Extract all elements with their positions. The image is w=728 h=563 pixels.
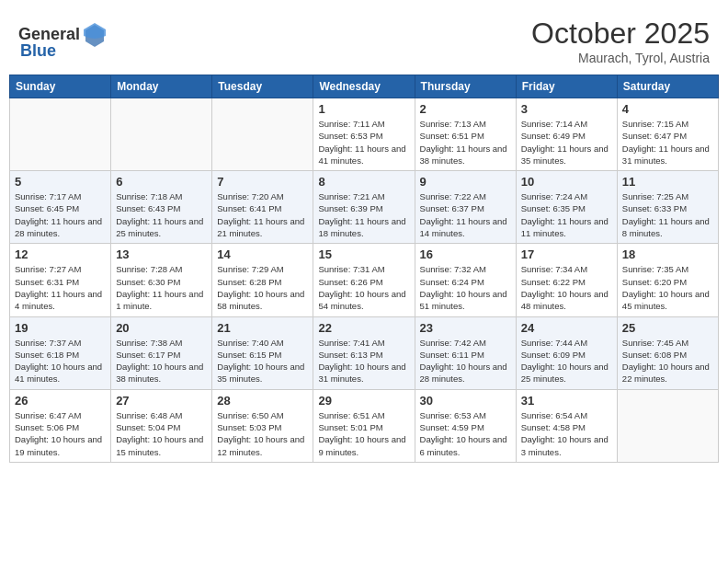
day-number: 9 [420,175,511,189]
day-number: 19 [15,321,106,335]
calendar-cell: 4Sunrise: 7:15 AM Sunset: 6:47 PM Daylig… [617,98,718,171]
day-info: Sunrise: 7:24 AM Sunset: 6:35 PM Dayligh… [521,190,612,239]
day-info: Sunrise: 7:35 AM Sunset: 6:20 PM Dayligh… [622,263,713,312]
day-number: 22 [318,321,409,335]
day-info: Sunrise: 6:50 AM Sunset: 5:03 PM Dayligh… [217,409,308,458]
day-number: 16 [420,247,511,261]
day-number: 30 [420,394,511,408]
calendar-cell: 24Sunrise: 7:44 AM Sunset: 6:09 PM Dayli… [516,316,617,389]
day-number: 14 [217,247,308,261]
calendar-week-row: 12Sunrise: 7:27 AM Sunset: 6:31 PM Dayli… [10,244,719,316]
calendar-cell: 8Sunrise: 7:21 AM Sunset: 6:39 PM Daylig… [313,171,415,244]
day-number: 29 [318,394,409,408]
day-number: 25 [622,321,713,335]
day-header-monday: Monday [111,75,212,98]
calendar-cell: 10Sunrise: 7:24 AM Sunset: 6:35 PM Dayli… [516,171,617,244]
calendar-cell: 25Sunrise: 7:45 AM Sunset: 6:08 PM Dayli… [617,316,718,389]
calendar-week-row: 5Sunrise: 7:17 AM Sunset: 6:45 PM Daylig… [10,171,719,244]
day-info: Sunrise: 7:32 AM Sunset: 6:24 PM Dayligh… [420,263,511,312]
day-info: Sunrise: 7:13 AM Sunset: 6:51 PM Dayligh… [420,118,511,167]
day-number: 17 [521,247,612,261]
day-info: Sunrise: 7:11 AM Sunset: 6:53 PM Dayligh… [318,118,409,167]
day-info: Sunrise: 7:20 AM Sunset: 6:41 PM Dayligh… [217,190,308,239]
day-info: Sunrise: 7:37 AM Sunset: 6:18 PM Dayligh… [15,337,106,385]
calendar-cell [212,98,313,171]
calendar-cell: 15Sunrise: 7:31 AM Sunset: 6:26 PM Dayli… [313,244,415,316]
calendar-cell [617,389,718,462]
day-number: 21 [217,321,308,335]
day-number: 11 [622,175,713,189]
day-number: 4 [622,102,713,116]
day-info: Sunrise: 7:44 AM Sunset: 6:09 PM Dayligh… [521,337,612,385]
day-number: 7 [217,175,308,189]
day-number: 31 [521,394,612,408]
day-number: 13 [116,247,207,261]
day-info: Sunrise: 7:38 AM Sunset: 6:17 PM Dayligh… [116,337,207,385]
day-info: Sunrise: 7:17 AM Sunset: 6:45 PM Dayligh… [15,190,106,239]
calendar-cell: 3Sunrise: 7:14 AM Sunset: 6:49 PM Daylig… [516,98,617,171]
calendar-cell: 22Sunrise: 7:41 AM Sunset: 6:13 PM Dayli… [313,316,415,389]
day-header-wednesday: Wednesday [313,75,415,98]
day-header-saturday: Saturday [617,75,718,98]
day-number: 23 [420,321,511,335]
calendar-cell: 21Sunrise: 7:40 AM Sunset: 6:15 PM Dayli… [212,316,313,389]
day-info: Sunrise: 7:22 AM Sunset: 6:37 PM Dayligh… [420,190,511,239]
day-number: 10 [521,175,612,189]
calendar-cell: 5Sunrise: 7:17 AM Sunset: 6:45 PM Daylig… [10,171,111,244]
day-info: Sunrise: 7:18 AM Sunset: 6:43 PM Dayligh… [116,190,207,239]
calendar-cell: 2Sunrise: 7:13 AM Sunset: 6:51 PM Daylig… [415,98,516,171]
calendar-cell: 12Sunrise: 7:27 AM Sunset: 6:31 PM Dayli… [10,244,111,316]
calendar-cell: 14Sunrise: 7:29 AM Sunset: 6:28 PM Dayli… [212,244,313,316]
day-info: Sunrise: 7:28 AM Sunset: 6:30 PM Dayligh… [116,263,207,312]
calendar-cell [10,98,111,171]
day-info: Sunrise: 7:14 AM Sunset: 6:49 PM Dayligh… [521,118,612,167]
day-number: 6 [116,175,207,189]
calendar-cell: 28Sunrise: 6:50 AM Sunset: 5:03 PM Dayli… [212,389,313,462]
day-number: 27 [116,394,207,408]
calendar-cell: 19Sunrise: 7:37 AM Sunset: 6:18 PM Dayli… [10,316,111,389]
day-info: Sunrise: 7:34 AM Sunset: 6:22 PM Dayligh… [521,263,612,312]
day-number: 2 [420,102,511,116]
calendar-title: October 2025 [531,17,710,51]
day-number: 1 [318,102,409,116]
day-header-friday: Friday [516,75,617,98]
calendar-cell: 29Sunrise: 6:51 AM Sunset: 5:01 PM Dayli… [313,389,415,462]
day-number: 20 [116,321,207,335]
day-info: Sunrise: 7:21 AM Sunset: 6:39 PM Dayligh… [318,190,409,239]
calendar-cell: 1Sunrise: 7:11 AM Sunset: 6:53 PM Daylig… [313,98,415,171]
day-info: Sunrise: 6:48 AM Sunset: 5:04 PM Dayligh… [116,409,207,458]
day-header-sunday: Sunday [10,75,111,98]
logo: General Blue [18,21,108,61]
day-info: Sunrise: 6:47 AM Sunset: 5:06 PM Dayligh… [15,409,106,458]
calendar-cell: 16Sunrise: 7:32 AM Sunset: 6:24 PM Dayli… [415,244,516,316]
day-number: 12 [15,247,106,261]
logo-icon [82,21,108,47]
calendar-cell: 17Sunrise: 7:34 AM Sunset: 6:22 PM Dayli… [516,244,617,316]
calendar-week-row: 19Sunrise: 7:37 AM Sunset: 6:18 PM Dayli… [10,316,719,389]
calendar-cell: 6Sunrise: 7:18 AM Sunset: 6:43 PM Daylig… [111,171,212,244]
day-info: Sunrise: 6:54 AM Sunset: 4:58 PM Dayligh… [521,409,612,458]
day-number: 3 [521,102,612,116]
calendar-cell: 11Sunrise: 7:25 AM Sunset: 6:33 PM Dayli… [617,171,718,244]
calendar-cell: 9Sunrise: 7:22 AM Sunset: 6:37 PM Daylig… [415,171,516,244]
title-block: October 2025 Maurach, Tyrol, Austria [531,17,710,65]
calendar-cell: 30Sunrise: 6:53 AM Sunset: 4:59 PM Dayli… [415,389,516,462]
day-number: 24 [521,321,612,335]
day-info: Sunrise: 7:15 AM Sunset: 6:47 PM Dayligh… [622,118,713,167]
day-header-thursday: Thursday [415,75,516,98]
calendar-cell: 26Sunrise: 6:47 AM Sunset: 5:06 PM Dayli… [10,389,111,462]
page-header: General Blue October 2025 Maurach, Tyrol… [9,9,719,69]
day-number: 18 [622,247,713,261]
calendar-cell: 23Sunrise: 7:42 AM Sunset: 6:11 PM Dayli… [415,316,516,389]
calendar-cell: 13Sunrise: 7:28 AM Sunset: 6:30 PM Dayli… [111,244,212,316]
calendar-cell: 27Sunrise: 6:48 AM Sunset: 5:04 PM Dayli… [111,389,212,462]
day-header-tuesday: Tuesday [212,75,313,98]
day-info: Sunrise: 7:27 AM Sunset: 6:31 PM Dayligh… [15,263,106,312]
calendar-subtitle: Maurach, Tyrol, Austria [531,51,710,65]
calendar-cell: 20Sunrise: 7:38 AM Sunset: 6:17 PM Dayli… [111,316,212,389]
day-info: Sunrise: 7:25 AM Sunset: 6:33 PM Dayligh… [622,190,713,239]
calendar-cell: 7Sunrise: 7:20 AM Sunset: 6:41 PM Daylig… [212,171,313,244]
calendar-cell: 31Sunrise: 6:54 AM Sunset: 4:58 PM Dayli… [516,389,617,462]
day-info: Sunrise: 7:42 AM Sunset: 6:11 PM Dayligh… [420,337,511,385]
calendar-cell: 18Sunrise: 7:35 AM Sunset: 6:20 PM Dayli… [617,244,718,316]
